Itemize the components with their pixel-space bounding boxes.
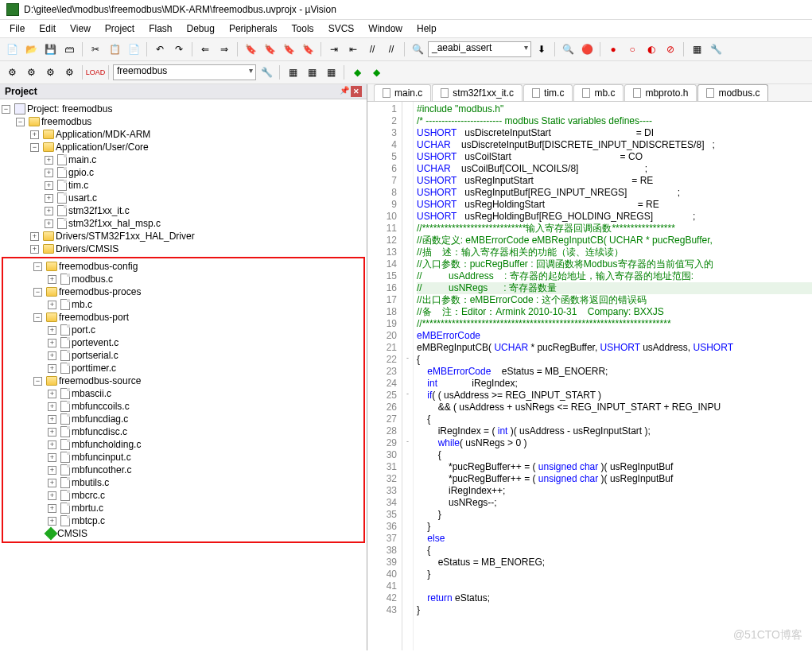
insert-bp-icon[interactable]: ●	[604, 41, 622, 58]
find-next-icon[interactable]: ⬇	[533, 41, 550, 58]
file-portserial.c[interactable]: + portserial.c	[5, 349, 362, 362]
group-Application/MDK-ARM[interactable]: + Application/MDK-ARM	[2, 128, 365, 141]
menu-flash[interactable]: Flash	[142, 21, 178, 36]
outdent-icon[interactable]: ⇤	[344, 41, 362, 58]
file-mbfuncother.c[interactable]: + mbfuncother.c	[5, 464, 362, 476]
pane-pin-icon[interactable]: 📌	[340, 86, 349, 97]
file-gpio.c[interactable]: + gpio.c	[2, 166, 365, 179]
tab-mb.c[interactable]: mb.c	[573, 84, 624, 101]
file-mbrtu.c[interactable]: + mbrtu.c	[5, 502, 362, 514]
rebuild-icon[interactable]: ⚙	[22, 64, 40, 81]
file-main.c[interactable]: + main.c	[2, 153, 365, 166]
group-freemodbus-source[interactable]: − freemodbus-source	[5, 375, 362, 387]
target-select[interactable]: freemodbus	[113, 64, 256, 80]
target-node[interactable]: − freemodbus	[2, 115, 365, 128]
file-modbus.c[interactable]: + modbus.c	[5, 273, 362, 285]
menu-project[interactable]: Project	[99, 21, 141, 36]
file-mbcrc.c[interactable]: + mbcrc.c	[5, 489, 362, 502]
manage3-icon[interactable]: ▦	[322, 64, 340, 81]
batch-build-icon[interactable]: ⚙	[60, 64, 78, 81]
disable-bp-icon[interactable]: ◐	[643, 41, 660, 58]
config-icon[interactable]: 🔧	[707, 41, 725, 58]
fold-gutter[interactable]: ---	[402, 102, 414, 650]
tab-modbus.c[interactable]: modbus.c	[697, 84, 768, 101]
file-mbfuncholding.c[interactable]: + mbfuncholding.c	[5, 438, 362, 451]
file-porttimer.c[interactable]: + porttimer.c	[5, 362, 362, 375]
menu-edit[interactable]: Edit	[33, 21, 62, 36]
source-text[interactable]: #include "modbus.h"/* ------------------…	[414, 102, 812, 650]
breakpoint-icon[interactable]: 🔴	[578, 41, 596, 58]
manage2-icon[interactable]: ▦	[303, 64, 321, 81]
new-icon[interactable]: 📄	[3, 41, 21, 58]
file-mbtcp.c[interactable]: + mbtcp.c	[5, 514, 362, 527]
file-port.c[interactable]: + port.c	[5, 324, 362, 336]
window-icon[interactable]: ▦	[688, 41, 705, 58]
menu-svcs[interactable]: SVCS	[322, 21, 361, 36]
options-icon[interactable]: 🔧	[258, 64, 275, 81]
file-stm32f1xx_it.c[interactable]: + stm32f1xx_it.c	[2, 204, 365, 217]
saveall-icon[interactable]: 🗃	[60, 41, 78, 58]
group-Drivers/CMSIS[interactable]: + Drivers/CMSIS	[2, 243, 365, 255]
find-icon[interactable]: 🔍	[409, 41, 426, 58]
file-mbfuncdiag.c[interactable]: + mbfuncdiag.c	[5, 413, 362, 425]
file-mbfunccoils.c[interactable]: + mbfunccoils.c	[5, 400, 362, 413]
build-target-icon[interactable]: ⚙	[41, 64, 59, 81]
cmsis-node[interactable]: CMSIS	[5, 527, 362, 540]
pack-icon[interactable]: ◆	[348, 64, 366, 81]
menu-help[interactable]: Help	[410, 21, 443, 36]
indent-icon[interactable]: ⇥	[325, 41, 343, 58]
code-editor[interactable]: 1234567891011121314151617181920212223242…	[367, 102, 812, 650]
menu-peripherals[interactable]: Peripherals	[223, 21, 284, 36]
menu-tools[interactable]: Tools	[286, 21, 321, 36]
tab-main.c[interactable]: main.c	[374, 84, 431, 101]
file-tim.c[interactable]: + tim.c	[2, 179, 365, 192]
save-icon[interactable]: 💾	[41, 41, 59, 58]
enable-bp-icon[interactable]: ○	[624, 41, 641, 58]
menu-debug[interactable]: Debug	[181, 21, 221, 36]
uncomment-icon[interactable]: //	[383, 41, 400, 58]
debug-icon[interactable]: 🔍	[559, 41, 577, 58]
group-Application/User/Core[interactable]: − Application/User/Core	[2, 141, 365, 153]
bookmark-clear-icon[interactable]: 🔖	[299, 41, 317, 58]
file-mbutils.c[interactable]: + mbutils.c	[5, 476, 362, 489]
pack2-icon[interactable]: ◆	[367, 64, 385, 81]
bookmark-next-icon[interactable]: 🔖	[280, 41, 297, 58]
group-freemodbus-proces[interactable]: − freemodbus-proces	[5, 285, 362, 298]
project-tree[interactable]: − Project: freemodbus− freemodbus+ Appli…	[0, 99, 367, 650]
pane-close-icon[interactable]: ✕	[351, 86, 362, 97]
file-icon	[383, 88, 390, 98]
kill-bp-icon[interactable]: ⊘	[662, 41, 679, 58]
file-portevent.c[interactable]: + portevent.c	[5, 336, 362, 349]
cut-icon[interactable]: ✂	[87, 41, 104, 58]
nav-back-icon[interactable]: ⇐	[196, 41, 214, 58]
menu-view[interactable]: View	[64, 21, 97, 36]
nav-fwd-icon[interactable]: ⇒	[216, 41, 233, 58]
menu-file[interactable]: File	[3, 21, 31, 36]
build-icon[interactable]: ⚙	[3, 64, 21, 81]
manage-icon[interactable]: ▦	[284, 64, 301, 81]
tab-tim.c[interactable]: tim.c	[523, 84, 573, 101]
find-combo[interactable]: _aeabi_assert	[428, 41, 531, 57]
tab-stm32f1xx_it.c[interactable]: stm32f1xx_it.c	[432, 84, 523, 101]
file-usart.c[interactable]: + usart.c	[2, 192, 365, 204]
file-mbfuncdisc.c[interactable]: + mbfuncdisc.c	[5, 425, 362, 438]
file-mbfuncinput.c[interactable]: + mbfuncinput.c	[5, 451, 362, 464]
bookmark-icon[interactable]: 🔖	[242, 41, 259, 58]
group-Drivers/STM32F1xx_HAL_Driver[interactable]: + Drivers/STM32F1xx_HAL_Driver	[2, 230, 365, 243]
file-mb.c[interactable]: + mb.c	[5, 298, 362, 311]
tab-mbproto.h[interactable]: mbproto.h	[624, 84, 697, 101]
group-freemodbus-port[interactable]: − freemodbus-port	[5, 311, 362, 324]
file-stm32f1xx_hal_msp.c[interactable]: + stm32f1xx_hal_msp.c	[2, 217, 365, 230]
undo-icon[interactable]: ↶	[151, 41, 169, 58]
comment-icon[interactable]: //	[363, 41, 381, 58]
menu-window[interactable]: Window	[362, 21, 409, 36]
redo-icon[interactable]: ↷	[170, 41, 188, 58]
bookmark-prev-icon[interactable]: 🔖	[261, 41, 278, 58]
open-icon[interactable]: 📂	[22, 41, 40, 58]
download-icon[interactable]: LOAD	[87, 64, 104, 81]
paste-icon[interactable]: 📄	[125, 41, 142, 58]
project-root[interactable]: − Project: freemodbus	[2, 103, 365, 115]
group-freemodbus-config[interactable]: − freemodbus-config	[5, 260, 362, 273]
file-mbascii.c[interactable]: + mbascii.c	[5, 387, 362, 400]
copy-icon[interactable]: 📋	[106, 41, 123, 58]
